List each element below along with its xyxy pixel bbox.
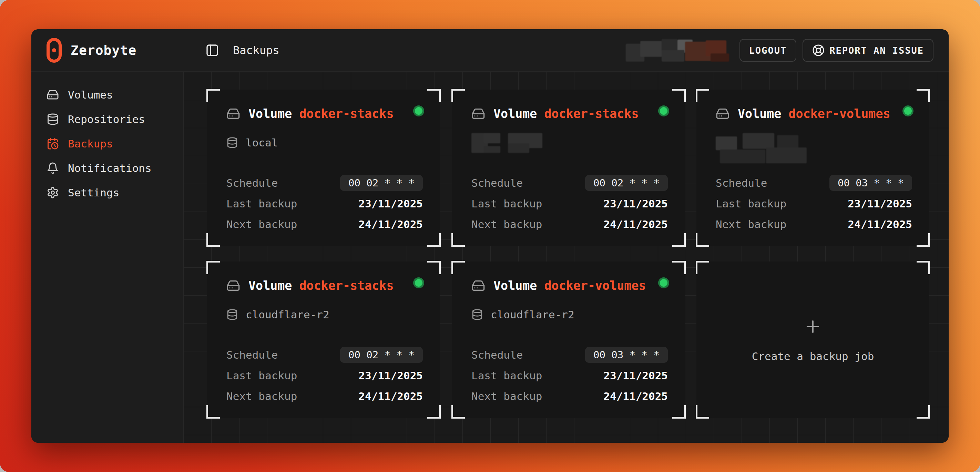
last-backup-label: Last backup <box>226 197 297 210</box>
bell-icon <box>46 162 59 174</box>
sidebar-item-settings[interactable]: Settings <box>31 180 183 205</box>
schedule-label: Schedule <box>226 349 278 361</box>
hard-drive-icon <box>46 89 59 101</box>
card-header: Volume docker-stacks <box>226 107 393 121</box>
panel-left-icon[interactable] <box>205 43 219 57</box>
backup-job-card[interactable]: Volume docker-stacks Schedule00 02 * * *… <box>452 90 685 246</box>
sidebar-item-label: Backups <box>68 137 113 150</box>
repository-name: cloudflare-r2 <box>491 308 574 321</box>
sidebar-item-notifications[interactable]: Notifications <box>31 156 183 180</box>
calendar-clock-icon <box>46 137 59 150</box>
volume-name: docker-stacks <box>299 107 394 121</box>
life-buoy-icon <box>812 44 824 57</box>
sidebar-item-volumes[interactable]: Volumes <box>31 82 183 107</box>
cron-schedule-badge: 00 02 * * * <box>585 175 668 191</box>
cron-schedule-badge: 00 03 * * * <box>585 347 668 363</box>
repository-row: local <box>226 137 278 149</box>
create-backup-job-label: Create a backup job <box>752 350 874 362</box>
repository-name: cloudflare-r2 <box>246 308 329 321</box>
card-header: Volume docker-stacks <box>471 107 638 121</box>
logout-button[interactable]: LOGOUT <box>740 39 797 62</box>
repository-row: cloudflare-r2 <box>226 308 329 321</box>
volume-name: docker-stacks <box>544 107 639 121</box>
logout-label: LOGOUT <box>749 45 787 56</box>
volume-prefix: Volume <box>248 279 299 292</box>
next-backup-label: Next backup <box>716 218 786 230</box>
report-issue-button[interactable]: REPORT AN ISSUE <box>803 39 934 62</box>
next-backup-label: Next backup <box>471 218 542 230</box>
volume-name: docker-volumes <box>789 107 891 121</box>
volume-name: docker-stacks <box>299 279 394 292</box>
status-dot <box>413 277 424 288</box>
volume-prefix: Volume <box>738 107 789 121</box>
desktop-background: Zerobyte Backups <box>0 0 980 472</box>
last-backup-label: Last backup <box>471 197 542 210</box>
last-backup-label: Last backup <box>471 369 542 382</box>
backups-grid-area: Volume docker-stacks local Schedule00 02… <box>183 72 949 443</box>
volume-prefix: Volume <box>493 107 544 121</box>
brand: Zerobyte <box>46 38 137 63</box>
backup-job-card[interactable]: Volume docker-volumes cloudflare-r2 Sche… <box>452 262 685 418</box>
plus-icon <box>803 317 822 336</box>
next-backup-date: 24/11/2025 <box>848 218 912 230</box>
sidebar-item-repositories[interactable]: Repositories <box>31 107 183 131</box>
hard-drive-icon <box>716 107 730 121</box>
cron-schedule-badge: 00 03 * * * <box>829 175 912 191</box>
sidebar-item-label: Repositories <box>68 113 145 126</box>
top-bar: Zerobyte Backups <box>31 29 949 72</box>
sidebar-item-label: Settings <box>68 186 119 199</box>
gear-icon <box>46 186 59 199</box>
app-window: Zerobyte Backups <box>31 29 949 443</box>
card-header: Volume docker-volumes <box>471 279 646 292</box>
volume-prefix: Volume <box>493 279 544 292</box>
database-icon <box>226 309 238 320</box>
create-backup-job-card[interactable]: Create a backup job <box>697 262 929 418</box>
last-backup-date: 23/11/2025 <box>603 369 668 382</box>
page-title: Backups <box>233 44 280 57</box>
volume-name: docker-volumes <box>544 279 646 292</box>
last-backup-date: 23/11/2025 <box>848 197 912 210</box>
sidebar-item-backups[interactable]: Backups <box>31 131 183 156</box>
card-header: Volume docker-stacks <box>226 279 393 292</box>
brand-name: Zerobyte <box>71 43 137 58</box>
status-dot <box>658 277 669 288</box>
hard-drive-icon <box>471 279 485 292</box>
backup-job-card[interactable]: Volume docker-stacks cloudflare-r2 Sched… <box>207 262 440 418</box>
schedule-label: Schedule <box>471 177 523 189</box>
redacted-repository <box>716 133 805 165</box>
last-backup-label: Last backup <box>226 369 297 382</box>
repository-name: local <box>246 137 278 149</box>
database-icon <box>46 113 59 126</box>
zerobyte-logo-icon <box>46 38 62 63</box>
next-backup-label: Next backup <box>226 390 297 402</box>
next-backup-label: Next backup <box>471 390 542 402</box>
repository-row: cloudflare-r2 <box>471 308 574 321</box>
backup-job-card[interactable]: Volume docker-volumes Schedule00 03 * * … <box>697 90 929 246</box>
redacted-repository <box>471 133 544 154</box>
last-backup-date: 23/11/2025 <box>358 197 423 210</box>
report-issue-label: REPORT AN ISSUE <box>829 45 924 56</box>
status-dot <box>658 105 669 116</box>
schedule-label: Schedule <box>716 177 767 189</box>
sidebar-item-label: Notifications <box>68 162 152 174</box>
database-icon <box>471 309 483 320</box>
schedule-label: Schedule <box>226 177 278 189</box>
status-dot <box>902 105 913 116</box>
last-backup-date: 23/11/2025 <box>358 369 423 382</box>
next-backup-label: Next backup <box>226 218 297 230</box>
hard-drive-icon <box>471 107 485 121</box>
hard-drive-icon <box>226 107 240 121</box>
redacted-user-info <box>626 39 729 62</box>
cron-schedule-badge: 00 02 * * * <box>340 347 423 363</box>
next-backup-date: 24/11/2025 <box>603 218 668 230</box>
backup-job-card[interactable]: Volume docker-stacks local Schedule00 02… <box>207 90 440 246</box>
next-backup-date: 24/11/2025 <box>358 218 423 230</box>
last-backup-date: 23/11/2025 <box>603 197 668 210</box>
volume-prefix: Volume <box>248 107 299 121</box>
card-header: Volume docker-volumes <box>716 107 891 121</box>
sidebar-item-label: Volumes <box>68 89 113 101</box>
hard-drive-icon <box>226 279 240 292</box>
cron-schedule-badge: 00 02 * * * <box>340 175 423 191</box>
last-backup-label: Last backup <box>716 197 786 210</box>
schedule-label: Schedule <box>471 349 523 361</box>
